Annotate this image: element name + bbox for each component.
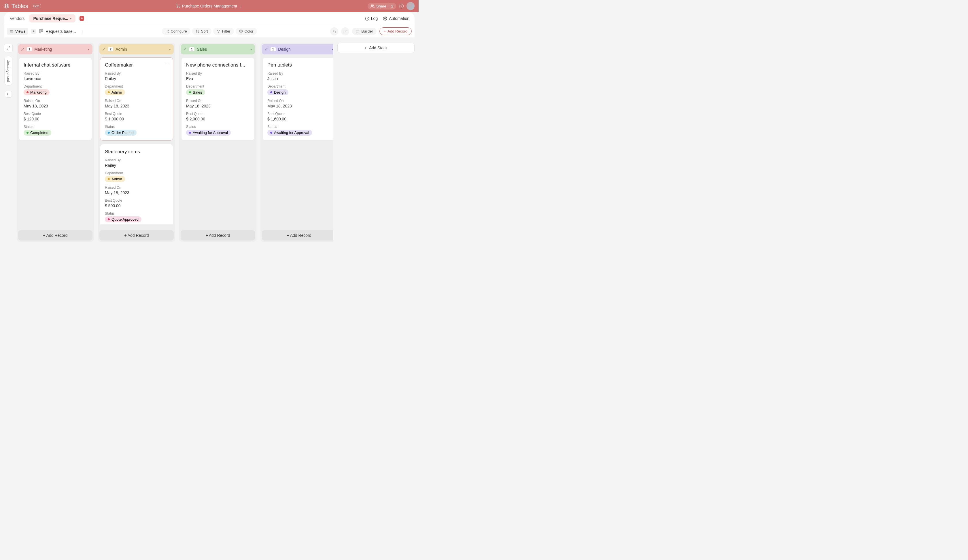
record-card[interactable]: ⋯ Coffeemaker Raised ByRailey Department… xyxy=(100,57,173,141)
svg-line-25 xyxy=(7,48,8,50)
add-stack-button[interactable]: + Add Stack xyxy=(337,43,414,53)
avatar[interactable] xyxy=(406,2,414,10)
stack-count: 1 xyxy=(189,47,194,51)
views-button[interactable]: Views xyxy=(7,28,28,35)
card-title: New phone connections f... xyxy=(186,62,250,68)
page-title[interactable]: Purchase Orders Management ⋮ xyxy=(176,4,243,8)
svg-point-2 xyxy=(371,5,373,6)
field-label: Department xyxy=(267,84,331,88)
field-label: Raised On xyxy=(24,99,87,103)
cart-icon xyxy=(176,4,181,8)
stack-add-record-button[interactable]: + Add Record xyxy=(99,230,174,240)
uncategorised-pill[interactable]: Uncategorised xyxy=(4,56,12,86)
quote-value: $ 1,000.00 xyxy=(105,117,168,121)
sort-button[interactable]: Sort xyxy=(192,28,211,35)
svg-line-29 xyxy=(103,50,104,51)
field-label: Raised On xyxy=(267,99,331,103)
raised-on-value: May 18, 2023 xyxy=(267,104,331,108)
help-icon[interactable]: ? xyxy=(399,4,404,8)
redo-button[interactable] xyxy=(341,27,349,35)
stack-add-record-button[interactable]: + Add Record xyxy=(181,230,255,240)
status-tag: Completed xyxy=(24,130,51,136)
record-card[interactable]: Stationery items Raised ByRailey Departm… xyxy=(100,144,173,224)
raised-by-value: Justin xyxy=(267,76,331,81)
stack-name: Sales xyxy=(197,47,207,51)
field-label: Department xyxy=(105,171,168,175)
page-menu-icon[interactable]: ⋮ xyxy=(239,4,243,8)
raised-by-value: Railey xyxy=(105,76,168,81)
filter-icon xyxy=(217,29,220,33)
record-card[interactable]: Pen tablets Raised ByJustin DepartmentDe… xyxy=(262,57,333,141)
sort-icon xyxy=(196,29,199,33)
field-label: Department xyxy=(186,84,250,88)
chevron-down-icon[interactable]: ▾ xyxy=(169,48,171,51)
kebab-icon[interactable]: ⋮ xyxy=(80,29,84,34)
stack-body: Pen tablets Raised ByJustin DepartmentDe… xyxy=(262,55,333,224)
raised-on-value: May 18, 2023 xyxy=(105,104,168,108)
stack-header[interactable]: 1 Design ▾ xyxy=(262,44,333,55)
raised-on-value: May 18, 2023 xyxy=(186,104,250,108)
department-tag: Admin xyxy=(105,89,125,95)
configure-button[interactable]: Configure xyxy=(162,28,190,35)
field-label: Best Quote xyxy=(105,199,168,202)
svg-point-20 xyxy=(240,31,241,32)
field-label: Raised By xyxy=(105,158,168,162)
automation-button[interactable]: Automation xyxy=(383,16,409,21)
stack-body: Internal chat software Raised ByLawrence… xyxy=(18,55,93,224)
field-label: Raised On xyxy=(186,99,250,103)
field-label: Best Quote xyxy=(105,112,168,116)
field-label: Status xyxy=(267,125,331,129)
tab-vendors[interactable]: Vendors xyxy=(9,15,25,22)
svg-point-19 xyxy=(241,31,242,31)
field-label: Status xyxy=(24,125,87,129)
app-title: Tables xyxy=(12,3,28,10)
table-tabs: Vendors Purchase Reque... ▾ + Log Automa… xyxy=(4,12,414,25)
department-tag: Design xyxy=(267,89,288,95)
raised-on-value: May 18, 2023 xyxy=(24,104,87,108)
share-button[interactable]: Share 2 xyxy=(368,3,396,10)
field-label: Department xyxy=(24,84,87,88)
sliders-icon xyxy=(165,29,169,33)
log-button[interactable]: Log xyxy=(365,16,378,21)
view-name[interactable]: Requests base... ⋮ xyxy=(39,29,84,34)
card-menu-icon[interactable]: ⋯ xyxy=(164,61,169,66)
card-title: Coffeemaker xyxy=(105,62,168,68)
add-record-button[interactable]: + Add Record xyxy=(380,27,412,35)
chevron-down-icon[interactable]: ▾ xyxy=(250,48,252,51)
svg-line-33 xyxy=(265,50,267,51)
expand-button[interactable] xyxy=(4,44,13,52)
collapse-icon[interactable] xyxy=(102,48,106,51)
plus-icon: + xyxy=(384,29,386,33)
chevron-down-icon[interactable]: ▾ xyxy=(332,48,333,51)
share-label: Share xyxy=(376,4,386,8)
record-card[interactable]: New phone connections f... Raised ByEva … xyxy=(181,57,254,141)
stack-header[interactable]: 2 Admin ▾ xyxy=(99,44,174,55)
record-card[interactable]: Internal chat software Raised ByLawrence… xyxy=(19,57,92,141)
app-logo-icon xyxy=(4,3,9,8)
beta-badge: Beta xyxy=(31,4,41,8)
stack-marketing: 1 Marketing ▾ Internal chat software Rai… xyxy=(17,43,94,242)
tab-requests[interactable]: Purchase Reque... ▾ xyxy=(29,15,75,22)
raised-by-value: Eva xyxy=(186,76,250,81)
stack-header[interactable]: 1 Marketing ▾ xyxy=(18,44,93,55)
color-button[interactable]: Color xyxy=(236,28,257,35)
svg-rect-8 xyxy=(40,30,41,33)
collapse-icon[interactable] xyxy=(184,48,187,51)
stack-body: ⋯ Coffeemaker Raised ByRailey Department… xyxy=(99,55,174,224)
collapse-icon[interactable] xyxy=(265,48,268,51)
stack-add-record-button[interactable]: + Add Record xyxy=(262,230,333,240)
chevron-down-icon[interactable]: ▾ xyxy=(88,48,90,51)
undo-button[interactable] xyxy=(330,27,338,35)
field-label: Status xyxy=(105,125,168,129)
svg-rect-21 xyxy=(356,30,359,33)
field-label: Raised By xyxy=(105,71,168,75)
add-table-button[interactable]: + xyxy=(80,16,84,21)
stack-name: Admin xyxy=(116,47,127,51)
collapse-icon[interactable] xyxy=(21,48,25,51)
add-view-button[interactable]: + xyxy=(31,29,36,34)
stack-header[interactable]: 1 Sales ▾ xyxy=(181,44,255,55)
field-label: Best Quote xyxy=(186,112,250,116)
stack-add-record-button[interactable]: + Add Record xyxy=(18,230,93,240)
filter-button[interactable]: Filter xyxy=(213,28,234,35)
builder-button[interactable]: Builder xyxy=(352,28,376,35)
